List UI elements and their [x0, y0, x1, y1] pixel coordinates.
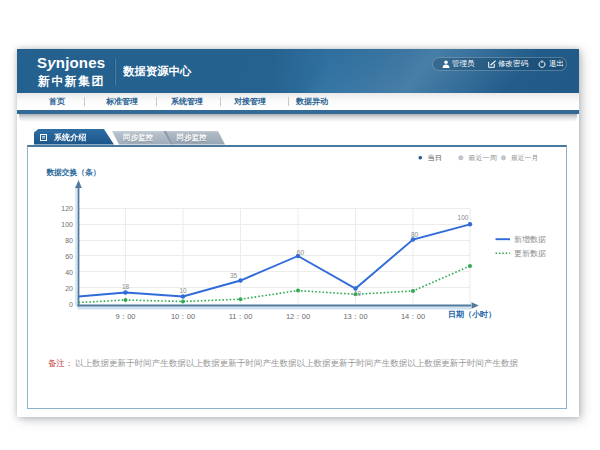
svg-text:12：00: 12：00 — [286, 312, 310, 321]
svg-text:80: 80 — [411, 231, 419, 238]
svg-text:11：00: 11：00 — [229, 312, 253, 321]
svg-text:18: 18 — [122, 283, 130, 290]
svg-text:10: 10 — [179, 287, 187, 294]
svg-text:0: 0 — [69, 301, 73, 308]
svg-text:备注：: 备注： — [48, 358, 73, 368]
svg-text:更新数据: 更新数据 — [514, 249, 546, 258]
svg-text:9：00: 9：00 — [115, 312, 135, 321]
svg-text:100: 100 — [61, 221, 73, 228]
svg-text:80: 80 — [65, 237, 73, 244]
svg-text:10: 10 — [354, 290, 362, 297]
svg-text:最近一周: 最近一周 — [468, 154, 497, 161]
svg-text:数据交换（条）: 数据交换（条） — [45, 168, 100, 177]
svg-text:13：00: 13：00 — [343, 312, 367, 321]
svg-text:当日: 当日 — [428, 154, 443, 162]
svg-text:60: 60 — [297, 249, 305, 256]
svg-text:60: 60 — [65, 253, 73, 260]
svg-text:40: 40 — [65, 269, 73, 276]
svg-text:新增数据: 新增数据 — [514, 235, 546, 244]
svg-text:日期（小时）: 日期（小时） — [448, 310, 496, 319]
svg-text:120: 120 — [61, 205, 73, 212]
svg-text:最近一月: 最近一月 — [511, 154, 538, 162]
svg-text:20: 20 — [65, 285, 73, 292]
svg-text:35: 35 — [230, 272, 238, 279]
svg-text:14：00: 14：00 — [401, 312, 425, 321]
svg-text:10：00: 10：00 — [171, 312, 195, 321]
svg-text:以上数据更新于时间产生数据以上数据更新于时间产生数据以上数据: 以上数据更新于时间产生数据以上数据更新于时间产生数据以上数据更新于时间产生数据以… — [75, 358, 519, 368]
svg-text:100: 100 — [458, 214, 469, 221]
